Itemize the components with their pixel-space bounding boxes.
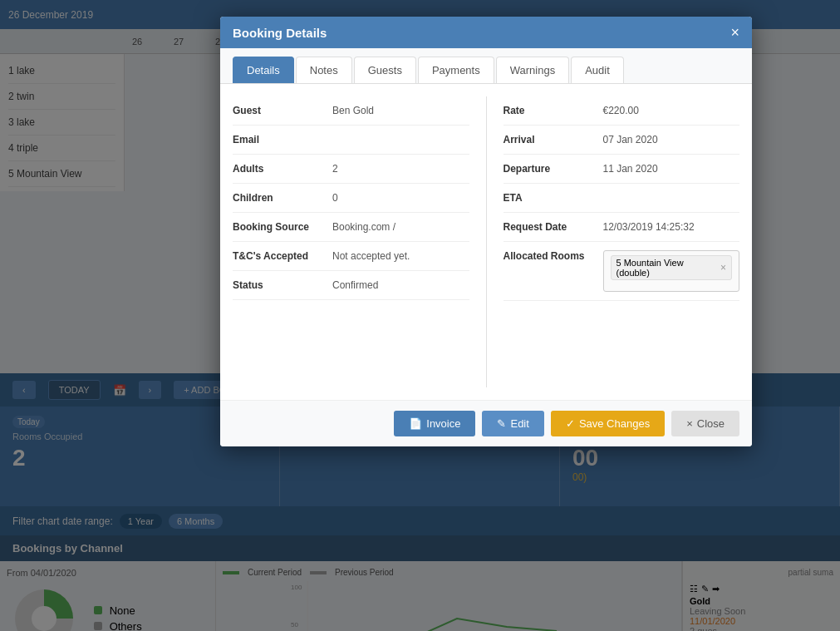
- close-x-icon: ×: [686, 417, 693, 430]
- modal-footer: 📄 Invoice ✎ Edit ✓ Save Changes × Close: [220, 400, 752, 446]
- field-tc-label: T&C's Accepted: [233, 250, 332, 262]
- field-allocated-rooms: Allocated Rooms 5 Mountain View (double)…: [504, 242, 740, 301]
- field-booking-source-label: Booking Source: [233, 221, 332, 233]
- tab-payments[interactable]: Payments: [418, 57, 494, 83]
- tab-audit[interactable]: Audit: [571, 57, 624, 83]
- field-tc-value: Not accepted yet.: [332, 250, 469, 262]
- close-button[interactable]: × Close: [671, 411, 739, 436]
- field-departure-label: Departure: [504, 163, 603, 175]
- field-request-date-value: 12/03/2019 14:25:32: [603, 221, 740, 233]
- room-tag-mountain: 5 Mountain View (double) ×: [611, 255, 733, 280]
- field-guest-label: Guest: [233, 105, 332, 116]
- vertical-divider: [486, 96, 487, 387]
- field-arrival-label: Arrival: [504, 134, 603, 145]
- tab-notes[interactable]: Notes: [296, 57, 352, 83]
- modal-tabs: Details Notes Guests Payments Warnings A…: [220, 48, 752, 84]
- save-label: Save Changes: [579, 417, 650, 430]
- field-children-value: 0: [332, 192, 469, 204]
- modal-title: Booking Details: [233, 26, 327, 40]
- field-rate-label: Rate: [504, 105, 603, 116]
- field-request-date-label: Request Date: [504, 221, 603, 233]
- field-status: Status Confirmed: [233, 271, 469, 300]
- field-rate: Rate €220.00: [504, 96, 740, 126]
- close-label: Close: [697, 417, 725, 430]
- field-allocated-rooms-label: Allocated Rooms: [504, 250, 603, 262]
- booking-details-modal: Booking Details × Details Notes Guests P…: [220, 17, 752, 446]
- modal-close-button[interactable]: ×: [730, 25, 739, 40]
- field-rate-value: €220.00: [603, 105, 740, 116]
- tab-details[interactable]: Details: [233, 57, 294, 83]
- field-status-label: Status: [233, 279, 332, 291]
- edit-label: Edit: [510, 417, 528, 430]
- save-changes-button[interactable]: ✓ Save Changes: [551, 411, 665, 436]
- field-email-label: Email: [233, 134, 332, 145]
- left-panel: Guest Ben Gold Email Adults 2 Children 0…: [233, 96, 469, 387]
- field-children-label: Children: [233, 192, 332, 204]
- field-departure: Departure 11 Jan 2020: [504, 155, 740, 184]
- modal-body: Guest Ben Gold Email Adults 2 Children 0…: [220, 84, 752, 400]
- room-tag-label: 5 Mountain View (double): [616, 258, 717, 278]
- right-panel: Rate €220.00 Arrival 07 Jan 2020 Departu…: [504, 96, 740, 387]
- field-request-date: Request Date 12/03/2019 14:25:32: [504, 213, 740, 242]
- field-adults-value: 2: [332, 163, 469, 175]
- field-guest-value: Ben Gold: [332, 105, 469, 116]
- field-children: Children 0: [233, 184, 469, 213]
- tab-guests[interactable]: Guests: [354, 57, 416, 83]
- field-booking-source-value: Booking.com /: [332, 221, 469, 233]
- allocated-rooms-box: 5 Mountain View (double) ×: [603, 250, 740, 292]
- modal-header: Booking Details ×: [220, 17, 752, 48]
- invoice-label: Invoice: [426, 417, 460, 430]
- invoice-icon: 📄: [409, 417, 422, 430]
- field-arrival: Arrival 07 Jan 2020: [504, 126, 740, 155]
- edit-icon: ✎: [497, 417, 506, 430]
- field-adults: Adults 2: [233, 155, 469, 184]
- room-tag-remove[interactable]: ×: [720, 262, 726, 274]
- field-tc: T&C's Accepted Not accepted yet.: [233, 242, 469, 271]
- field-eta-label: ETA: [504, 192, 603, 204]
- field-arrival-value: 07 Jan 2020: [603, 134, 740, 145]
- field-eta: ETA: [504, 184, 740, 213]
- edit-button[interactable]: ✎ Edit: [482, 411, 543, 436]
- field-guest: Guest Ben Gold: [233, 96, 469, 126]
- tab-warnings[interactable]: Warnings: [496, 57, 569, 83]
- invoice-button[interactable]: 📄 Invoice: [394, 411, 475, 436]
- field-adults-label: Adults: [233, 163, 332, 175]
- field-departure-value: 11 Jan 2020: [603, 163, 740, 175]
- field-booking-source: Booking Source Booking.com /: [233, 213, 469, 242]
- field-email: Email: [233, 126, 469, 155]
- save-icon: ✓: [566, 417, 575, 430]
- field-status-value: Confirmed: [332, 279, 469, 291]
